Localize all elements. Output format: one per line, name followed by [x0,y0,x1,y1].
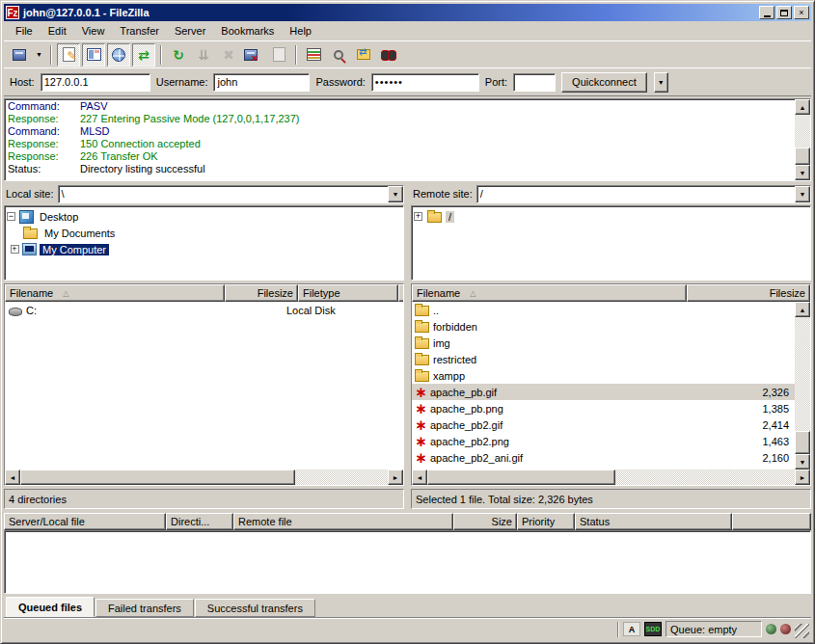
arrow-up-icon: ▲ [800,104,806,111]
remote-file-row[interactable]: forbidden [412,318,795,335]
local-file-row[interactable]: C: Local Disk [5,302,403,318]
menu-view[interactable]: View [74,23,113,39]
remote-hscrollbar[interactable]: ◄ ► [412,470,810,485]
tree-item-root[interactable]: + / [414,208,810,225]
tree-item-my-documents[interactable]: My Documents [7,225,403,241]
remote-vscrollbar[interactable]: ▲ ▼ [795,302,810,470]
refresh-button[interactable]: ↻ [167,43,190,67]
remote-file-row[interactable]: .. [412,302,795,318]
process-queue-button[interactable]: ⇊ [192,43,215,67]
remote-file-row[interactable]: restricted [412,351,795,367]
column-filename[interactable]: Filename△ [412,284,687,302]
site-manager-icon [13,49,26,61]
scroll-right-button[interactable]: ► [795,470,810,485]
scroll-left-button[interactable]: ◄ [5,470,20,485]
scroll-up-button[interactable]: ▲ [795,302,810,317]
resize-grip[interactable] [795,624,809,638]
column-filetype[interactable]: Filetype [298,284,398,302]
host-input[interactable] [41,73,150,92]
site-manager-button[interactable] [8,43,31,67]
remote-file-row[interactable]: ∗apache_pb2_ani.gif2,160 [412,449,795,466]
remote-file-row-selected[interactable]: ∗apache_pb.gif2,326 [412,384,795,400]
image-file-icon: ∗ [414,386,428,399]
toggle-local-tree-button[interactable] [82,43,105,67]
expand-icon[interactable]: + [414,212,422,221]
tree-item-my-computer[interactable]: + My Computer [7,241,403,257]
column-filename[interactable]: Filename△ [5,284,225,302]
close-button[interactable]: × [794,6,809,19]
scroll-down-button[interactable]: ▼ [795,165,810,180]
column-size[interactable]: Size [453,513,517,530]
menu-transfer[interactable]: Transfer [112,23,167,39]
local-status-text: 4 directories [4,489,404,509]
binoculars-icon [381,50,396,60]
column-status[interactable]: Status [575,513,732,530]
minimize-button[interactable] [759,6,774,19]
scroll-right-button[interactable]: ► [388,470,403,485]
expand-icon[interactable]: + [11,245,19,254]
cancel-icon: ✖ [223,47,234,63]
log-line: Command:PASV [5,100,795,113]
column-filesize[interactable]: Filesize [687,284,810,302]
remote-site-dropdown[interactable]: ▼ [795,186,810,202]
column-filesize[interactable]: Filesize [225,284,298,302]
menu-help[interactable]: Help [282,23,319,39]
port-input[interactable] [513,73,556,92]
password-input[interactable] [371,73,479,92]
quickconnect-dropdown[interactable]: ▼ [654,72,668,93]
log-scrollbar[interactable]: ▲ ▼ [795,99,810,180]
scroll-up-button[interactable]: ▲ [795,99,810,115]
scrollbar-thumb[interactable] [795,431,810,454]
scrollbar-thumb[interactable] [795,148,810,165]
remote-file-row[interactable]: ∗apache_pb2.png1,463 [412,433,795,449]
local-hscrollbar[interactable]: ◄ ► [5,470,403,485]
toggle-remote-tree-button[interactable] [107,43,130,67]
remote-file-row[interactable]: xampp [412,367,795,384]
tab-successful-transfers[interactable]: Successful transfers [195,599,315,617]
toggle-message-log-button[interactable]: ✎ [57,43,80,67]
username-input[interactable] [213,73,310,92]
maximize-icon [780,10,788,16]
column-direction[interactable]: Directi... [166,513,233,530]
toggle-queue-button[interactable]: ⇄ [132,43,155,67]
synchronized-browsing-button[interactable] [352,43,375,67]
scroll-down-button[interactable]: ▼ [795,454,810,470]
local-site-combo[interactable]: \ ▼ [58,185,404,203]
scrollbar-thumb[interactable] [20,470,295,485]
tab-queued-files[interactable]: Queued files [6,597,95,617]
column-last-modified[interactable]: L [398,284,403,302]
remote-site-combo[interactable]: / ▼ [476,185,811,203]
directory-comparison-button[interactable] [327,43,350,67]
maximize-button[interactable] [776,6,792,19]
scrollbar-thumb[interactable] [427,470,615,485]
speed-limit-icon[interactable]: SDD [644,622,662,636]
disconnect-button[interactable]: × [242,43,265,67]
cancel-operation-button[interactable]: ✖ [217,43,240,67]
tree-item-desktop[interactable]: − Desktop [7,208,403,225]
transfer-type-icon[interactable]: A [623,622,640,636]
remote-file-row[interactable]: ∗apache_pb.png1,385 [412,400,795,416]
tab-failed-transfers[interactable]: Failed transfers [95,599,194,617]
column-remote-file[interactable]: Remote file [233,513,453,530]
menu-bookmarks[interactable]: Bookmarks [213,23,282,39]
compare-icon [334,50,343,60]
quickconnect-button[interactable]: Quickconnect [561,72,647,93]
title-bar[interactable]: Fz john@127.0.0.1 - FileZilla × [4,4,811,21]
find-files-button[interactable] [377,43,400,67]
collapse-icon[interactable]: − [7,212,15,221]
menu-edit[interactable]: Edit [41,23,74,39]
local-site-dropdown[interactable]: ▼ [388,186,403,202]
menu-server[interactable]: Server [167,23,213,39]
menu-file[interactable]: File [8,23,41,39]
column-server-local-file[interactable]: Server/Local file [4,513,166,530]
site-manager-dropdown[interactable]: ▼ [33,44,45,66]
arrow-down-icon: ▼ [800,170,806,176]
reconnect-button[interactable] [267,43,290,67]
port-label: Port: [485,76,507,88]
column-priority[interactable]: Priority [517,513,575,530]
remote-file-row[interactable]: img [412,335,795,351]
local-site-label: Local site: [4,188,54,200]
remote-file-row[interactable]: ∗apache_pb2.gif2,414 [412,416,795,433]
scroll-left-button[interactable]: ◄ [412,470,427,485]
filter-button[interactable] [302,43,325,67]
